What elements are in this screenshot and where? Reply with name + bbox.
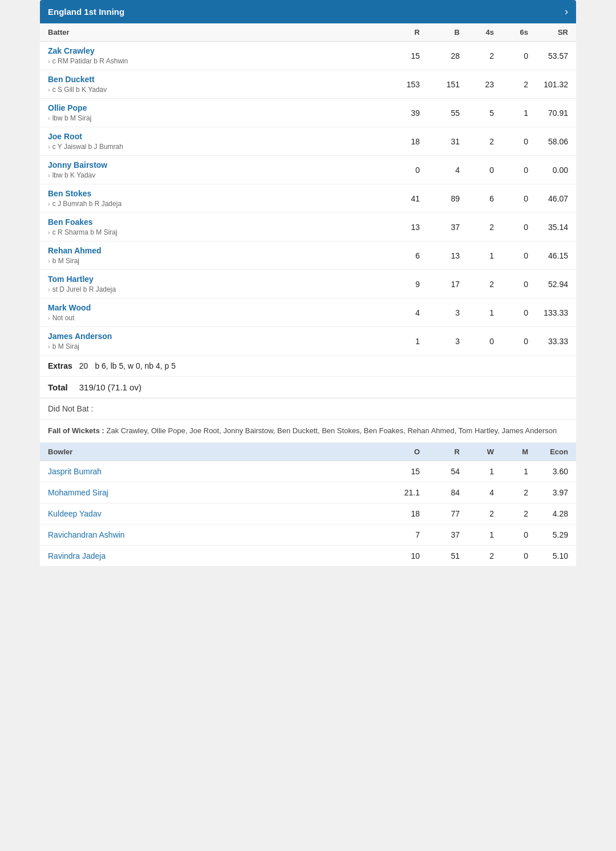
bowler-overs: 7 [380, 530, 420, 539]
batter-runs: 13 [380, 223, 420, 232]
batter-runs: 39 [380, 108, 420, 118]
batter-fours: 6 [460, 194, 494, 203]
batter-runs: 1 [380, 337, 420, 346]
table-row: James Anderson › b M Siraj 1 3 0 0 33.33 [40, 327, 576, 356]
batter-sixes: 0 [494, 137, 528, 146]
batter-name[interactable]: Ollie Pope [48, 103, 380, 112]
dismissal-text: › b M Siraj [48, 257, 380, 265]
table-row: Mark Wood › Not out 4 3 1 0 133.33 [40, 299, 576, 327]
bowler-name[interactable]: Mohammed Siraj [48, 488, 380, 497]
dismissal-text: › b M Siraj [48, 342, 380, 350]
batter-runs: 9 [380, 280, 420, 289]
batter-sr: 58.06 [528, 137, 568, 146]
dismissal-text: › c S Gill b K Yadav [48, 86, 380, 94]
bowler-name[interactable]: Ravichandran Ashwin [48, 530, 380, 539]
batter-sr: 46.07 [528, 194, 568, 203]
batting-table-header: Batter R B 4s 6s SR [40, 23, 576, 42]
fall-of-wickets-row: Fall of Wickets : Zak Crawley, Ollie Pop… [40, 420, 576, 443]
batter-name[interactable]: Zak Crawley [48, 46, 380, 55]
batter-name[interactable]: Mark Wood [48, 303, 380, 312]
chevron-right-icon: › [48, 343, 50, 350]
batter-balls: 89 [420, 194, 460, 203]
batter-name[interactable]: Ben Foakes [48, 217, 380, 227]
batter-name[interactable]: James Anderson [48, 332, 380, 341]
dismissal-text: › lbw b M Siraj [48, 114, 380, 122]
table-row: Ravichandran Ashwin 7 37 1 0 5.29 [40, 525, 576, 546]
batter-name[interactable]: Ben Duckett [48, 75, 380, 84]
col-w: W [460, 447, 494, 456]
col-o: O [380, 447, 420, 456]
col-4s: 4s [460, 28, 494, 37]
table-row: Ravindra Jadeja 10 51 2 0 5.10 [40, 546, 576, 567]
bowler-runs: 84 [420, 488, 460, 497]
batter-sr: 46.15 [528, 251, 568, 260]
batter-sixes: 1 [494, 108, 528, 118]
batter-runs: 18 [380, 137, 420, 146]
bowler-econ: 5.29 [528, 530, 568, 539]
col-r-bowl: R [420, 447, 460, 456]
batter-fours: 2 [460, 137, 494, 146]
bowling-table-header: Bowler O R W M Econ [40, 443, 576, 461]
col-6s: 6s [494, 28, 528, 37]
dismissal-text: › c Y Jaiswal b J Bumrah [48, 143, 380, 151]
col-b: B [420, 28, 460, 37]
table-row: Kuldeep Yadav 18 77 2 2 4.28 [40, 503, 576, 525]
chevron-right-icon: › [48, 143, 50, 150]
bowler-overs: 21.1 [380, 488, 420, 497]
table-row: Mohammed Siraj 21.1 84 4 2 3.97 [40, 482, 576, 503]
table-row: Ben Foakes › c R Sharma b M Siraj 13 37 … [40, 213, 576, 241]
chevron-right-icon: › [48, 58, 50, 64]
batter-sr: 70.91 [528, 108, 568, 118]
chevron-right-icon: › [48, 172, 50, 179]
batter-name[interactable]: Joe Root [48, 132, 380, 141]
bowlers-list: Jasprit Bumrah 15 54 1 1 3.60 Mohammed S… [40, 461, 576, 567]
col-r: R [380, 28, 420, 37]
extras-label: Extras [48, 361, 72, 370]
dismissal-text: › lbw b K Yadav [48, 171, 380, 179]
fall-of-wickets-label: Fall of Wickets : [48, 426, 104, 435]
chevron-right-icon: › [48, 314, 50, 321]
batter-runs: 41 [380, 194, 420, 203]
col-batter: Batter [48, 28, 380, 37]
extras-value: 20 [79, 361, 88, 370]
bowler-runs: 51 [420, 551, 460, 560]
batter-runs: 15 [380, 51, 420, 61]
bowler-runs: 77 [420, 509, 460, 518]
table-row: Ollie Pope › lbw b M Siraj 39 55 5 1 70.… [40, 99, 576, 127]
batter-name[interactable]: Jonny Bairstow [48, 160, 380, 170]
col-sr: SR [528, 28, 568, 37]
bowler-econ: 4.28 [528, 509, 568, 518]
col-m: M [494, 447, 528, 456]
batter-name[interactable]: Tom Hartley [48, 275, 380, 284]
batter-fours: 1 [460, 308, 494, 317]
bowler-name[interactable]: Jasprit Bumrah [48, 467, 380, 476]
table-row: Zak Crawley › c RM Patidar b R Ashwin 15… [40, 42, 576, 70]
batter-balls: 28 [420, 51, 460, 61]
bowler-name[interactable]: Kuldeep Yadav [48, 509, 380, 518]
batter-sr: 133.33 [528, 308, 568, 317]
total-value: 319/10 (71.1 ov) [79, 382, 141, 392]
bowler-wickets: 1 [460, 530, 494, 539]
batter-name[interactable]: Ben Stokes [48, 189, 380, 198]
table-row: Tom Hartley › st D Jurel b R Jadeja 9 17… [40, 270, 576, 299]
table-row: Ben Stokes › c J Bumrah b R Jadeja 41 89… [40, 184, 576, 213]
batter-fours: 5 [460, 108, 494, 118]
bowler-maidens: 0 [494, 530, 528, 539]
bowler-name[interactable]: Ravindra Jadeja [48, 551, 380, 560]
inning-header[interactable]: England 1st Inning › [40, 0, 576, 23]
bowler-wickets: 2 [460, 509, 494, 518]
batter-balls: 31 [420, 137, 460, 146]
batter-name[interactable]: Rehan Ahmed [48, 246, 380, 255]
batter-balls: 151 [420, 80, 460, 89]
dismissal-text: › c J Bumrah b R Jadeja [48, 200, 380, 208]
batter-balls: 4 [420, 166, 460, 175]
batter-fours: 1 [460, 251, 494, 260]
col-bowler: Bowler [48, 447, 380, 456]
extras-row: Extras 20 b 6, lb 5, w 0, nb 4, p 5 [40, 356, 576, 377]
fall-of-wickets-value: Zak Crawley, Ollie Pope, Joe Root, Jonny… [106, 426, 557, 435]
dismissal-text: › c RM Patidar b R Ashwin [48, 57, 380, 65]
bowler-econ: 3.60 [528, 467, 568, 476]
bowler-maidens: 2 [494, 488, 528, 497]
chevron-right-icon: › [48, 229, 50, 236]
bowler-runs: 37 [420, 530, 460, 539]
